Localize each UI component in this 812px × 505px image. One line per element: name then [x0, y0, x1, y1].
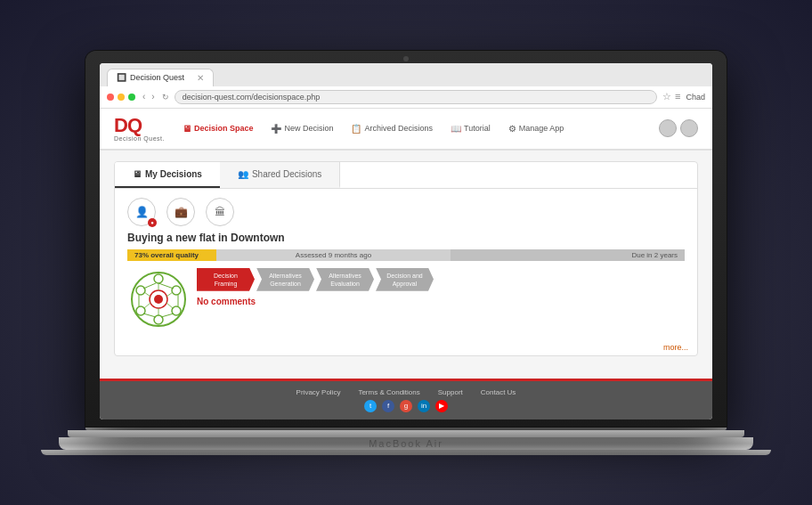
close-button[interactable] — [107, 94, 114, 101]
main-area: 🖥 My Decisions 👥 Shared Decisions — [100, 151, 712, 379]
tutorial-icon: 📖 — [451, 124, 461, 134]
workflow-step-evaluation[interactable]: AlternativesEvaluation — [316, 268, 374, 291]
nav-item-archived-decisions[interactable]: 📋 Archived Decisions — [347, 122, 436, 135]
svg-line-12 — [143, 283, 156, 289]
decision-icon-person: 👤 ● — [127, 198, 156, 226]
svg-point-6 — [136, 286, 145, 295]
no-comments: No comments — [197, 297, 685, 306]
user-avatar-2[interactable] — [680, 119, 698, 137]
decision-diagram — [127, 268, 190, 330]
svg-point-14 — [154, 295, 163, 304]
logo-area: DQ Decision Quest. — [114, 116, 165, 142]
tab-favicon: 🔲 — [117, 73, 126, 82]
browser-actions: ☆ ≡ — [662, 91, 680, 102]
tab-my-decisions[interactable]: 🖥 My Decisions — [115, 162, 220, 188]
base-label: MacBook Air — [369, 438, 443, 449]
browser-controls: ‹ › ↻ decision-quest.com/decisionspace.p… — [100, 86, 712, 109]
my-decisions-icon: 🖥 — [133, 169, 142, 179]
screen-shell: 🔲 Decision Quest ✕ ‹ › — [85, 51, 727, 427]
progress-due: Due in 2 years — [451, 249, 685, 261]
nav-items: 🖥 Decision Space ➕ New Decision 📋 Archiv… — [179, 122, 645, 135]
browser-window: 🔲 Decision Quest ✕ ‹ › — [100, 63, 712, 419]
nav-item-tutorial[interactable]: 📖 Tutorial — [447, 122, 494, 135]
footer-privacy[interactable]: Privacy Policy — [296, 388, 341, 396]
progress-bar-area: 73% overall quality Assessed 9 months ag… — [127, 249, 685, 261]
traffic-lights — [107, 94, 135, 101]
svg-line-19 — [144, 303, 150, 308]
forward-button[interactable]: › — [150, 92, 156, 102]
workflow-step-framing[interactable]: DecisionFraming — [197, 268, 255, 291]
nav-item-new-decision-label: New Decision — [284, 124, 333, 133]
badge-icon: ● — [148, 218, 157, 227]
more-link[interactable]: more... — [115, 339, 697, 355]
user-label: Chad — [686, 93, 705, 102]
svg-point-2 — [172, 286, 181, 295]
svg-line-17 — [166, 303, 173, 308]
nav-user-icons — [659, 119, 698, 137]
social-google-icon[interactable]: g — [400, 400, 412, 412]
manage-icon: ⚙ — [508, 124, 516, 134]
scene: 🔲 Decision Quest ✕ ‹ › — [0, 0, 812, 505]
social-facebook-icon[interactable]: f — [382, 400, 394, 412]
workflow-area: DecisionFraming AlternativesGeneration A… — [127, 268, 685, 330]
screen-bottom-bar — [85, 427, 727, 430]
social-youtube-icon[interactable]: ▶ — [435, 400, 448, 412]
maximize-button[interactable] — [128, 94, 135, 101]
macbook: 🔲 Decision Quest ✕ ‹ › — [68, 51, 744, 455]
progress-assessed: Assessed 9 months ago — [216, 249, 451, 261]
tab-shared-decisions[interactable]: 👥 Shared Decisions — [220, 162, 340, 188]
app-nav: DQ Decision Quest. 🖥 Decision Space ➕ Ne… — [100, 109, 712, 151]
nav-item-manage-app[interactable]: ⚙ Manage App — [505, 122, 568, 135]
refresh-button[interactable]: ↻ — [162, 93, 169, 102]
hinge — [68, 430, 744, 437]
nav-item-decision-space-label: Decision Space — [194, 124, 254, 133]
logo-dq: DQ — [114, 116, 142, 135]
progress-label: 73% overall quality — [127, 249, 216, 261]
tab-shared-decisions-label: Shared Decisions — [252, 169, 321, 179]
social-linkedin-icon[interactable]: in — [418, 400, 430, 412]
nav-item-new-decision[interactable]: ➕ New Decision — [267, 122, 337, 135]
decision-card: 👤 ● 💼 🏛 Buying a new flat in Downtown 73… — [115, 189, 697, 339]
user-avatar-1[interactable] — [659, 119, 677, 137]
logo-subtitle: Decision Quest. — [114, 135, 165, 142]
browser-tab-active[interactable]: 🔲 Decision Quest ✕ — [107, 69, 214, 86]
minimize-button[interactable] — [118, 94, 125, 101]
bookmark-icon[interactable]: ☆ — [662, 91, 671, 102]
menu-icon[interactable]: ≡ — [675, 91, 680, 102]
svg-line-10 — [143, 314, 156, 317]
address-bar[interactable]: decision-quest.com/decisionspace.php — [175, 90, 657, 104]
decision-icon-bank: 🏛 — [206, 198, 234, 226]
footer-links: Privacy Policy Terms & Conditions Suppor… — [114, 388, 698, 396]
social-twitter-icon[interactable]: t — [364, 400, 377, 412]
svg-point-1 — [154, 274, 163, 283]
svg-line-16 — [166, 292, 173, 297]
nav-item-tutorial-label: Tutorial — [464, 124, 491, 133]
workflow-right: DecisionFraming AlternativesGeneration A… — [197, 268, 685, 306]
footer-contact[interactable]: Contact Us — [481, 388, 516, 396]
back-button[interactable]: ‹ — [141, 92, 147, 102]
footer-support[interactable]: Support — [438, 388, 463, 396]
workflow-step-generation[interactable]: AlternativesGeneration — [256, 268, 314, 291]
base: MacBook Air — [59, 437, 753, 450]
svg-line-7 — [158, 283, 174, 289]
nav-buttons: ‹ › — [141, 92, 157, 102]
nav-item-decision-space[interactable]: 🖥 Decision Space — [179, 122, 257, 135]
nav-item-manage-label: Manage App — [519, 124, 564, 133]
base-feet — [41, 450, 771, 455]
decision-icons-row: 👤 ● 💼 🏛 — [127, 198, 685, 226]
footer-social: t f g in ▶ — [114, 400, 698, 412]
archived-icon: 📋 — [351, 124, 361, 134]
tab-title: Decision Quest — [130, 73, 184, 82]
footer-terms[interactable]: Terms & Conditions — [358, 388, 419, 396]
decision-icon-briefcase: 💼 — [166, 198, 195, 226]
new-decision-icon: ➕ — [271, 124, 281, 134]
tab-my-decisions-label: My Decisions — [145, 169, 202, 179]
tab-close-button[interactable]: ✕ — [197, 73, 204, 83]
camera-notch — [403, 56, 409, 61]
nav-item-archived-label: Archived Decisions — [364, 124, 433, 133]
workflow-step-approval[interactable]: Decision andApproval — [376, 268, 434, 291]
svg-line-20 — [144, 292, 150, 297]
decisions-panel: 🖥 My Decisions 👥 Shared Decisions — [114, 161, 698, 356]
decision-space-icon: 🖥 — [183, 124, 191, 134]
decision-title: Buying a new flat in Downtown — [127, 232, 685, 244]
